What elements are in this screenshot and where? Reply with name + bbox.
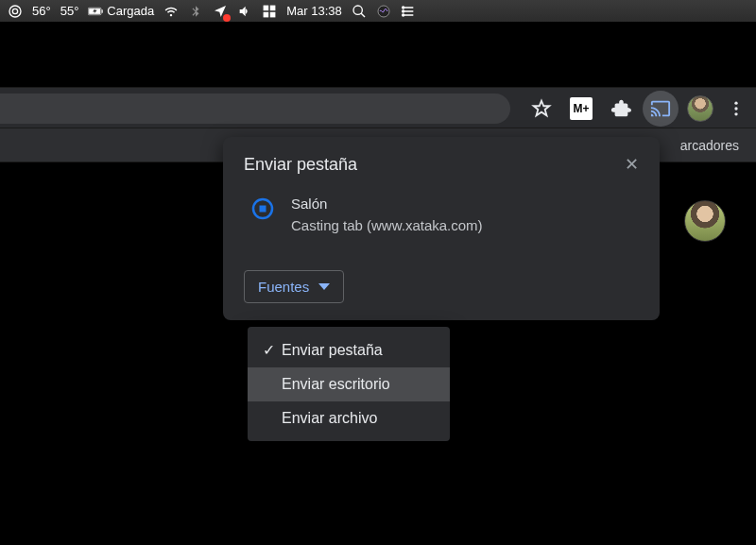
cast-device-name: Salón	[291, 194, 483, 215]
battery-label: Cargada	[107, 4, 154, 18]
svg-point-11	[402, 7, 404, 9]
menubar-clock[interactable]: Mar 13:38	[286, 4, 342, 18]
cast-button[interactable]	[643, 91, 679, 127]
creative-cloud-icon[interactable]	[8, 4, 23, 19]
movistar-extension-button[interactable]: M+	[563, 91, 599, 127]
menu-item-cast-file[interactable]: Enviar archivo	[248, 401, 450, 435]
svg-point-15	[734, 107, 737, 110]
menu-item-label: Enviar pestaña	[282, 342, 383, 359]
svg-point-14	[734, 102, 737, 105]
svg-rect-18	[260, 206, 266, 213]
mplus-icon: M+	[570, 97, 593, 120]
sources-menu: ✓ Enviar pestaña Enviar escritorio Envia…	[248, 327, 450, 441]
svg-rect-7	[264, 11, 269, 17]
menu-item-label: Enviar escritorio	[282, 376, 390, 393]
cast-device-status: Casting tab (www.xataka.com)	[291, 215, 483, 237]
svg-point-12	[402, 10, 404, 12]
volume-icon[interactable]	[237, 4, 252, 19]
sources-label: Fuentes	[258, 279, 309, 295]
chrome-menu-button[interactable]	[722, 91, 750, 127]
svg-point-13	[402, 14, 404, 16]
siri-icon[interactable]	[376, 4, 391, 19]
cast-popup: Enviar pestaña ✕ Salón Casting tab (www.…	[223, 137, 660, 320]
svg-point-16	[734, 112, 737, 115]
wifi-icon[interactable]	[163, 4, 179, 19]
check-icon: ✓	[261, 341, 276, 359]
chevron-down-icon	[318, 283, 330, 290]
svg-point-0	[9, 6, 21, 17]
menu-item-label: Enviar archivo	[282, 410, 377, 427]
battery-charging-icon	[88, 4, 103, 19]
bookmark-star-button[interactable]	[524, 91, 559, 127]
svg-rect-5	[264, 5, 269, 10]
avatar-icon	[687, 95, 713, 122]
weather-temp-1[interactable]: 56°	[32, 4, 51, 18]
page-profile-avatar[interactable]	[684, 200, 726, 242]
svg-rect-3	[102, 9, 103, 12]
svg-rect-6	[270, 5, 276, 10]
close-icon: ✕	[625, 155, 639, 174]
macos-menubar: 56° 55° Cargada Mar 13:38	[0, 0, 756, 23]
bluetooth-icon[interactable]	[188, 4, 203, 19]
menu-item-cast-desktop[interactable]: Enviar escritorio	[248, 367, 450, 401]
bookmarks-label-partial[interactable]: arcadores	[680, 138, 739, 153]
svg-rect-8	[270, 11, 276, 17]
stop-casting-icon	[251, 197, 274, 220]
control-center-icon[interactable]	[401, 4, 416, 19]
close-button[interactable]: ✕	[620, 154, 643, 175]
svg-point-9	[353, 6, 362, 14]
profile-avatar-button[interactable]	[682, 91, 718, 127]
sources-dropdown-button[interactable]: Fuentes	[244, 270, 344, 303]
weather-temp-2[interactable]: 55°	[60, 4, 79, 18]
address-bar[interactable]	[0, 94, 510, 124]
cast-popup-title: Enviar pestaña	[244, 155, 357, 175]
battery-status[interactable]: Cargada	[88, 4, 154, 19]
spotlight-search-icon[interactable]	[352, 4, 367, 19]
extensions-button[interactable]	[603, 91, 639, 127]
grid-app-icon[interactable]	[262, 4, 277, 19]
location-icon[interactable]	[213, 4, 228, 19]
svg-point-1	[12, 9, 17, 13]
menu-item-cast-tab[interactable]: ✓ Enviar pestaña	[248, 332, 450, 367]
browser-toolbar: M+	[0, 87, 756, 128]
cast-device-row[interactable]: Salón Casting tab (www.xataka.com)	[223, 188, 660, 249]
